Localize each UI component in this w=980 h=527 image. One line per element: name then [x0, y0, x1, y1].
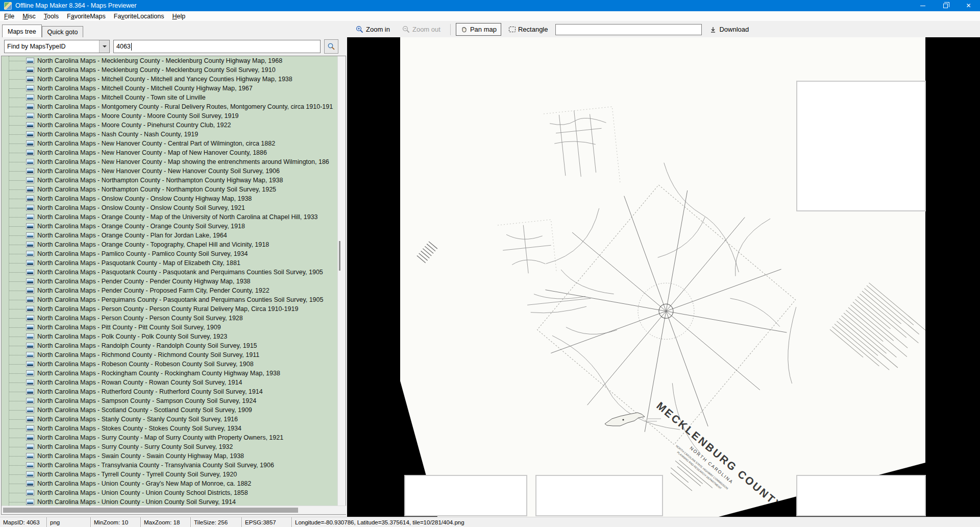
tree-row[interactable]: North Carolina Maps - Nash County - Nash…	[2, 130, 337, 139]
pan-hand-icon	[460, 26, 468, 33]
tree-row[interactable]: North Carolina Maps - Union County - Gra…	[2, 479, 337, 488]
find-mode-select[interactable]: Find by MapsTypeID	[4, 40, 110, 53]
tree-row[interactable]: North Carolina Maps - New Hanover County…	[2, 166, 337, 176]
zoom-out-button[interactable]: Zoom out	[398, 23, 445, 36]
tree-row[interactable]: North Carolina Maps - New Hanover County…	[2, 157, 337, 166]
tree-row[interactable]: North Carolina Maps - Moore County - Pin…	[2, 121, 337, 130]
tree-row[interactable]: North Carolina Maps - Orange County - To…	[2, 240, 337, 249]
map-image-icon	[26, 94, 34, 101]
close-button[interactable]: ✕	[957, 0, 980, 11]
minimize-button[interactable]	[911, 0, 934, 11]
tree-row[interactable]: North Carolina Maps - Robeson County - R…	[2, 360, 337, 369]
pan-map-button[interactable]: Pan map	[456, 23, 501, 36]
menu-favoritelocations[interactable]: FavoriteLocations	[110, 12, 168, 21]
tree-row[interactable]: North Carolina Maps - Surry County - Map…	[2, 433, 337, 442]
tab-maps-tree[interactable]: Maps tree	[2, 25, 42, 37]
map-image-icon	[26, 150, 34, 156]
location-input[interactable]	[555, 24, 702, 35]
vertical-scroll-thumb[interactable]	[339, 241, 340, 271]
horizontal-scroll-thumb[interactable]	[3, 508, 298, 513]
tree-row[interactable]: North Carolina Maps - Northampton County…	[2, 176, 337, 185]
menu-file[interactable]: File	[0, 12, 18, 21]
tree-row[interactable]: North Carolina Maps - Union County - Uni…	[2, 497, 337, 506]
tree-row-label: North Carolina Maps - Robeson County - R…	[37, 361, 254, 368]
restore-button[interactable]	[934, 0, 957, 11]
tree-row[interactable]: North Carolina Maps - Stanly County - St…	[2, 415, 337, 424]
menu-tools[interactable]: Tools	[40, 12, 63, 21]
tree-row-label: North Carolina Maps - Pender County - Pe…	[37, 278, 251, 285]
tree-row[interactable]: North Carolina Maps - New Hanover County…	[2, 139, 337, 148]
tree-row[interactable]: North Carolina Maps - Pender County - Pe…	[2, 277, 337, 286]
map-image-icon	[26, 481, 34, 487]
tree-row[interactable]: North Carolina Maps - New Hanover County…	[2, 148, 337, 157]
tree-row[interactable]: North Carolina Maps - Northampton County…	[2, 185, 337, 194]
status-tile-size: TileSize: 256	[191, 517, 242, 527]
menu-misc[interactable]: Misc	[18, 12, 40, 21]
restore-icon	[943, 4, 948, 8]
tree-row[interactable]: North Carolina Maps - Person County - Pe…	[2, 314, 337, 323]
map-image-icon	[26, 352, 34, 358]
menu-favoritemaps[interactable]: FavoriteMaps	[63, 12, 110, 21]
tree-row[interactable]: North Carolina Maps - Onslow County - On…	[2, 194, 337, 203]
tree-row[interactable]: North Carolina Maps - Rutherford County …	[2, 387, 337, 396]
tree-row[interactable]: North Carolina Maps - Sampson County - S…	[2, 396, 337, 405]
tree-row[interactable]: North Carolina Maps - Rockingham County …	[2, 369, 337, 378]
tree-row[interactable]: North Carolina Maps - Mitchell County - …	[2, 84, 337, 93]
tree-row[interactable]: North Carolina Maps - Mecklenburg County…	[2, 56, 337, 65]
map-image-icon	[26, 131, 34, 137]
tree-row[interactable]: North Carolina Maps - Surry County - Sur…	[2, 442, 337, 451]
tree-vertical-scrollbar[interactable]	[337, 56, 346, 506]
tree-row-label: North Carolina Maps - Scotland County - …	[37, 406, 252, 414]
tree-row[interactable]: North Carolina Maps - Person County - Pe…	[2, 304, 337, 314]
search-input[interactable]: 4063	[113, 40, 321, 53]
tree-row[interactable]: North Carolina Maps - Polk County - Polk…	[2, 332, 337, 341]
zoom-in-button[interactable]: Zoom in	[351, 23, 395, 36]
tree-row[interactable]: North Carolina Maps - Swain County - Swa…	[2, 451, 337, 461]
tree-row[interactable]: North Carolina Maps - Richmond County - …	[2, 350, 337, 360]
menu-help[interactable]: Help	[168, 12, 189, 21]
app-icon	[4, 2, 12, 10]
tree-row[interactable]: North Carolina Maps - Pamlico County - P…	[2, 249, 337, 258]
tree-row-label: North Carolina Maps - New Hanover County…	[37, 167, 280, 175]
tree-row[interactable]: North Carolina Maps - Tyrrell County - T…	[2, 470, 337, 479]
tree-row[interactable]: North Carolina Maps - Mitchell County - …	[2, 75, 337, 84]
map-image-icon	[26, 370, 34, 376]
top-band: Maps tree Quick goto Zoom in Zoom out	[0, 21, 980, 37]
map-viewport[interactable]: MECKLENBURG COUNTY NORTH CAROLINA NORTH …	[347, 37, 980, 517]
download-button[interactable]: Download	[705, 23, 753, 36]
tree-row-label: North Carolina Maps - Pamlico County - P…	[37, 250, 248, 257]
tree-row[interactable]: North Carolina Maps - Pender County - Pr…	[2, 286, 337, 295]
tree-row[interactable]: North Carolina Maps - Perquimans County …	[2, 295, 337, 304]
tree-row[interactable]: North Carolina Maps - Orange County - Pl…	[2, 231, 337, 240]
toolbar-separator	[450, 24, 451, 35]
tree-row[interactable]: North Carolina Maps - Mitchell County - …	[2, 93, 337, 102]
tree-horizontal-scrollbar[interactable]	[2, 506, 347, 514]
tree-row-label: North Carolina Maps - Stokes County - St…	[37, 425, 241, 432]
map-image-icon	[26, 407, 34, 413]
tree-row-label: North Carolina Maps - Union County - Gra…	[37, 480, 251, 487]
tree-row[interactable]: North Carolina Maps - Moore County - Moo…	[2, 111, 337, 121]
tree-row[interactable]: North Carolina Maps - Scotland County - …	[2, 405, 337, 415]
tree-row-label: North Carolina Maps - Onslow County - On…	[37, 195, 252, 202]
map-image-icon	[26, 104, 34, 110]
map-image-icon	[26, 269, 34, 275]
tree-row[interactable]: North Carolina Maps - Transylvania Count…	[2, 461, 337, 470]
tree-row[interactable]: North Carolina Maps - Pasquotank County …	[2, 258, 337, 268]
tree-row[interactable]: North Carolina Maps - Pasquotank County …	[2, 268, 337, 277]
tree-row[interactable]: North Carolina Maps - Orange County - Ma…	[2, 212, 337, 222]
search-button[interactable]	[324, 39, 338, 54]
tree-row[interactable]: North Carolina Maps - Montgomery County …	[2, 102, 337, 111]
tree-row[interactable]: North Carolina Maps - Mecklenburg County…	[2, 65, 337, 75]
tree-row[interactable]: North Carolina Maps - Randolph County - …	[2, 341, 337, 350]
tree-row[interactable]: North Carolina Maps - Pitt County - Pitt…	[2, 323, 337, 332]
maps-tree-frame: North Carolina Maps - Mecklenburg County…	[1, 56, 346, 515]
tree-row[interactable]: North Carolina Maps - Union County - Uni…	[2, 488, 337, 497]
rectangle-icon	[509, 27, 516, 32]
tree-row[interactable]: North Carolina Maps - Stokes County - St…	[2, 424, 337, 433]
tree-row[interactable]: North Carolina Maps - Onslow County - On…	[2, 203, 337, 212]
tree-row-label: North Carolina Maps - Northampton County…	[37, 177, 283, 184]
tree-row[interactable]: North Carolina Maps - Orange County - Or…	[2, 222, 337, 231]
rectangle-button[interactable]: Rectangle	[504, 23, 553, 36]
tree-row[interactable]: North Carolina Maps - Rowan County - Row…	[2, 378, 337, 387]
tab-quick-goto[interactable]: Quick goto	[42, 26, 84, 37]
